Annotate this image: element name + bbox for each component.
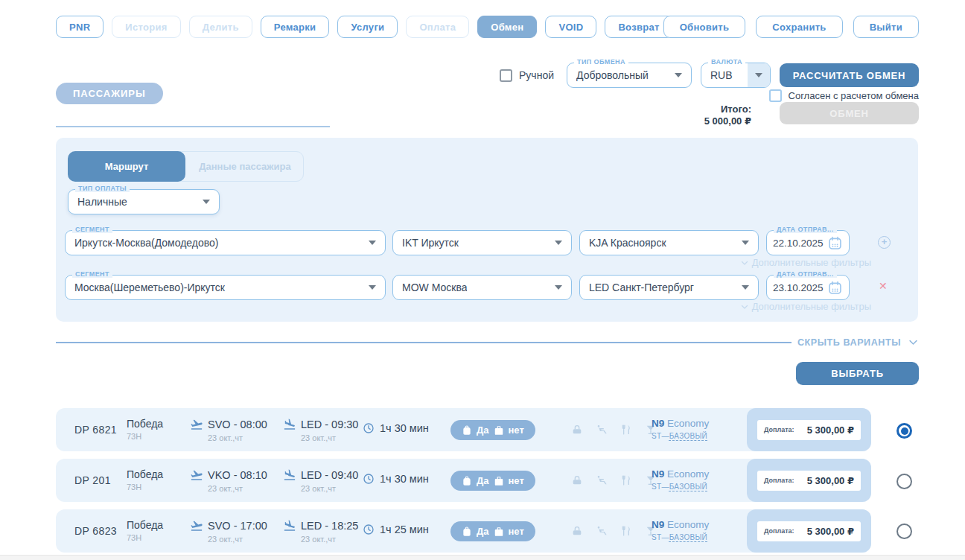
segment-1-to-select[interactable]: KJA Красноярск	[579, 230, 759, 255]
currency-select[interactable]: ВАЛЮТА RUB	[701, 63, 771, 88]
filters-label: Дополнительные фильтры	[752, 301, 871, 312]
clock-icon	[363, 422, 375, 434]
chevron-down-icon	[742, 241, 749, 245]
bag-icon	[571, 525, 583, 537]
toolbar-left: PNR История Делить Ремарки Услуги Оплата…	[56, 16, 673, 38]
segment-2-filters-link[interactable]: Дополнительные фильтры	[56, 301, 871, 312]
surcharge-value: 5 300,00 ₽	[807, 526, 854, 537]
suitcase-icon	[494, 526, 504, 537]
takeoff-icon	[190, 418, 203, 431]
remove-segment-button[interactable]: ✕	[879, 280, 888, 292]
agree-label: Согласен с расчетом обмена	[789, 90, 919, 101]
departure-info: SVO - 08:00	[208, 419, 267, 430]
segment-1-from-select[interactable]: IKT Иркутск	[392, 230, 572, 255]
surcharge-box: Доплата: 5 300,00 ₽	[757, 521, 861, 541]
duration-block: 1ч 25 мин	[363, 524, 429, 535]
passengers-pill[interactable]: ПАССАЖИРЫ	[56, 83, 163, 104]
fare-link[interactable]: БАЗОВЫЙ	[669, 432, 707, 440]
segment-1-select[interactable]: СЕГМЕНТ Иркутск-Москва(Домодедово)	[65, 230, 386, 255]
airline-name: Победа	[127, 418, 163, 430]
from-value: IKT Иркутск	[402, 237, 459, 249]
baggage-yes-label: Да	[477, 526, 489, 537]
booking-class: N9	[652, 418, 664, 429]
arrival-info: LED - 09:30	[301, 419, 358, 430]
meal-icon	[620, 525, 632, 537]
date-label: ДАТА ОТПРАВ...	[774, 270, 837, 278]
segment-2-to-select[interactable]: LED Санкт-Петербург	[579, 275, 759, 300]
manual-checkbox-group: Ручной	[500, 69, 554, 82]
arrival-info: LED - 18:25	[301, 520, 358, 532]
payment-type-select[interactable]: ТИП ОПЛАТЫ Наличные	[68, 189, 220, 214]
flight-row[interactable]: DP 6821 Победа 73H SVO - 08:00 23 окт.,ч…	[56, 408, 871, 451]
exchange-button[interactable]: ОБМЕН	[780, 102, 919, 124]
arrival-block: LED - 18:25 23 окт.,чт	[283, 519, 358, 544]
save-button[interactable]: Сохранить	[756, 16, 842, 38]
flight-3-radio[interactable]	[896, 524, 912, 539]
airline-block: Победа 73H	[127, 418, 163, 441]
segment-2-date-field[interactable]: ДАТА ОТПРАВ... 23.10.2025	[766, 275, 850, 300]
chevron-down-icon	[369, 241, 376, 245]
suitcase-icon	[494, 425, 504, 436]
fare-link[interactable]: БАЗОВЫЙ	[669, 533, 707, 541]
exchange-type-select[interactable]: ТИП ОБМЕНА Добровольный	[567, 63, 692, 88]
exchange-type-label: ТИП ОБМЕНА	[574, 58, 628, 66]
flight-row[interactable]: DP 6823 Победа 73H SVO - 17:00 23 окт.,ч…	[56, 509, 871, 553]
class-block: N9 Economy ST—БАЗОВЫЙ	[652, 418, 709, 440]
flight-1-radio[interactable]	[896, 423, 912, 439]
takeoff-icon	[190, 519, 203, 532]
tab-payment[interactable]: Оплата	[406, 16, 469, 38]
flight-row[interactable]: DP 201 Победа 73H VKO - 08:10 23 окт.,чт…	[56, 459, 871, 502]
segment-1-date-field[interactable]: ДАТА ОТПРАВ... 22.10.2025	[766, 230, 850, 255]
landing-icon	[283, 468, 296, 482]
passengers-underline	[56, 126, 330, 127]
segment-label: СЕГМЕНТ	[72, 270, 112, 278]
date-value: 22.10.2025	[773, 238, 824, 249]
duration-value: 1ч 25 мин	[380, 524, 429, 535]
backpack-icon	[462, 476, 472, 486]
flight-2-radio[interactable]	[896, 474, 912, 489]
seat-icon	[596, 424, 608, 436]
calendar-icon[interactable]	[827, 280, 843, 296]
segment-2-from-select[interactable]: MOW Москва	[392, 275, 572, 300]
currency-arrow-zone	[748, 63, 770, 87]
surcharge-box: Доплата: 5 300,00 ₽	[757, 420, 861, 440]
segment-1-filters-link[interactable]: Дополнительные фильтры	[56, 257, 871, 268]
manual-label: Ручной	[519, 69, 554, 81]
hide-variants-link[interactable]: СКРЫТЬ ВАРИАНТЫ	[797, 337, 919, 348]
add-segment-button[interactable]: +	[878, 236, 891, 249]
tab-remarks[interactable]: Ремарки	[261, 16, 330, 38]
segment-2-select[interactable]: СЕГМЕНТ Москва(Шереметьево)-Иркутск	[65, 275, 386, 300]
surcharge-value: 5 300,00 ₽	[807, 424, 854, 436]
fare-link[interactable]: БАЗОВЫЙ	[669, 483, 707, 491]
panel-tabs: Маршрут Данные пассажира	[68, 151, 304, 182]
agree-checkbox[interactable]	[769, 89, 782, 102]
tab-passenger-data[interactable]: Данные пассажира	[185, 152, 305, 181]
calendar-icon[interactable]	[827, 235, 843, 251]
flight-number: DP 6823	[74, 525, 117, 537]
tab-history[interactable]: История	[112, 16, 180, 38]
tab-exchange[interactable]: Обмен	[477, 16, 537, 38]
chevron-down-icon	[555, 285, 562, 290]
route-panel: Маршрут Данные пассажира ТИП ОПЛАТЫ Нали…	[56, 138, 918, 322]
airline-name: Победа	[127, 468, 163, 480]
duration-value: 1ч 30 мин	[380, 473, 429, 485]
tab-void[interactable]: VOID	[545, 16, 596, 38]
surcharge-block: Доплата: 5 300,00 ₽	[747, 408, 871, 451]
variants-divider	[56, 342, 792, 343]
aircraft-code: 73H	[127, 432, 163, 441]
exit-button[interactable]: Выйти	[853, 16, 919, 38]
select-button[interactable]: ВЫБРАТЬ	[796, 362, 919, 385]
chevron-down-icon	[740, 302, 749, 311]
total-row: Итого: 5 000,00 ₽ ОБМЕН	[704, 102, 919, 127]
suitcase-icon	[494, 476, 504, 486]
manual-checkbox[interactable]	[500, 69, 512, 82]
tab-split[interactable]: Делить	[189, 16, 252, 38]
arrival-date: 23 окт.,чт	[301, 484, 358, 493]
calculate-exchange-button[interactable]: РАССЧИТАТЬ ОБМЕН	[780, 63, 919, 87]
departure-info: VKO - 08:10	[208, 469, 267, 481]
payment-type-label: ТИП ОПЛАТЫ	[75, 185, 130, 192]
refresh-button[interactable]: Обновить	[663, 16, 746, 38]
tab-route[interactable]: Маршрут	[68, 151, 185, 182]
tab-pnr[interactable]: PNR	[56, 16, 103, 38]
tab-services[interactable]: Услуги	[337, 16, 398, 38]
